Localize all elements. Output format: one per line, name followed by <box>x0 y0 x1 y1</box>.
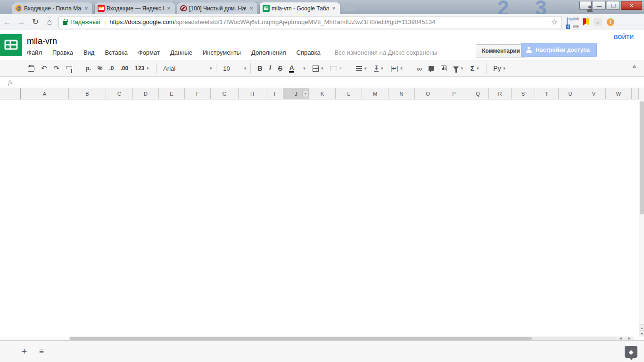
strikethrough-button[interactable]: S <box>275 62 286 74</box>
italic-button[interactable]: I <box>265 62 274 74</box>
browser-tab[interactable]: [100] Чистый дом. Нача× <box>177 2 258 14</box>
menu-2[interactable]: Правка <box>52 49 73 56</box>
address-bar[interactable]: Надежный | https://docs.google.com /spre… <box>58 16 562 28</box>
increase-decimal-button[interactable]: .00 <box>117 62 132 74</box>
menu-4[interactable]: Вставка <box>105 49 127 56</box>
all-sheets-button[interactable]: ≡ <box>39 347 43 356</box>
comments-button[interactable]: Комментарии <box>476 44 526 58</box>
tab-close-icon[interactable]: × <box>83 5 90 12</box>
paint-format-button[interactable] <box>63 62 75 74</box>
scroll-right-arrow[interactable]: ▶ <box>625 337 634 340</box>
browser-tab[interactable]: @Входящие - Почта Mail.× <box>12 2 93 14</box>
menu-9[interactable]: Справка <box>297 49 321 56</box>
column-header-A[interactable]: A <box>21 88 69 99</box>
column-header-C[interactable]: C <box>106 88 133 99</box>
scroll-down-arrow[interactable]: ▼ <box>639 330 644 337</box>
percent-format-button[interactable]: % <box>94 62 106 74</box>
search-extension-icon[interactable]: ⌕ <box>594 18 602 26</box>
column-header-I[interactable]: I <box>266 88 283 99</box>
horizontal-scrollbar-thumb[interactable] <box>70 337 532 340</box>
signin-link[interactable]: ВОЙТИ <box>614 34 634 41</box>
column-header-R[interactable]: R <box>489 88 512 99</box>
browser-tab[interactable]: mila-vrn - Google Табли× <box>259 2 340 14</box>
font-size-select[interactable]: 10 ▼ <box>220 62 247 74</box>
print-button[interactable] <box>25 62 38 74</box>
tab-close-icon[interactable]: × <box>248 5 255 12</box>
browser-tab[interactable]: Входящие — Яндекс.По× <box>94 2 175 14</box>
text-wrap-button[interactable]: |↩|▼ <box>387 62 406 74</box>
menu-7[interactable]: Инструменты <box>203 49 241 56</box>
lock-icon[interactable] <box>63 21 67 25</box>
insert-comment-button[interactable] <box>425 62 438 74</box>
mail-extension-icon[interactable]: 4 <box>567 18 568 26</box>
new-tab-button[interactable] <box>343 4 357 11</box>
borders-button[interactable]: ▼ <box>309 62 327 74</box>
document-title[interactable]: mila-vrn <box>27 36 57 46</box>
column-header-P[interactable]: P <box>441 88 467 99</box>
column-header-K[interactable]: K <box>309 88 336 99</box>
horizontal-scrollbar[interactable]: ◀ ▶ <box>0 337 639 340</box>
text-color-button[interactable]: A <box>286 62 297 74</box>
horizontal-align-button[interactable]: ▼ <box>353 62 371 74</box>
bold-button[interactable]: B <box>254 62 265 74</box>
column-header-T[interactable]: T <box>535 88 559 99</box>
home-button[interactable]: ⌂ <box>42 17 57 27</box>
dots-extension-icon[interactable]: ●●●● <box>572 15 578 30</box>
close-button[interactable]: × <box>621 1 642 10</box>
bookmarks-extension-icon[interactable] <box>583 18 589 25</box>
explore-button[interactable]: ◆ <box>625 346 637 358</box>
maximize-button[interactable]: ▢ <box>607 1 620 10</box>
minimize-button[interactable]: — <box>593 1 606 10</box>
scroll-up-arrow[interactable]: ▲ <box>639 324 644 330</box>
forward-button[interactable]: → <box>14 17 28 27</box>
back-button[interactable]: ← <box>0 17 14 27</box>
merge-cells-button[interactable]: ▼ <box>327 62 346 74</box>
column-header-edge[interactable] <box>632 88 639 99</box>
column-header-U[interactable]: U <box>559 88 582 99</box>
filter-button[interactable]: ▼ <box>450 62 467 74</box>
column-header-L[interactable]: L <box>336 88 362 99</box>
column-dropdown-icon[interactable]: ▼ <box>302 90 309 97</box>
menu-1[interactable]: Файл <box>27 49 42 56</box>
refresh-button[interactable]: ↻ <box>28 17 42 27</box>
redo-button[interactable]: ↷ <box>50 62 63 74</box>
font-family-select[interactable]: Arial ▼ <box>160 62 213 74</box>
security-label[interactable]: Надежный <box>70 18 100 25</box>
input-tools-button[interactable]: Ру▼ <box>490 62 509 74</box>
column-header-W[interactable]: W <box>606 88 632 99</box>
vertical-align-button[interactable]: ↧▼ <box>371 62 387 74</box>
column-header-F[interactable]: F <box>185 88 211 99</box>
menu-8[interactable]: Дополнения <box>251 49 286 56</box>
alert-extension-icon[interactable]: ! <box>607 18 614 26</box>
column-header-E[interactable]: E <box>159 88 185 99</box>
sheets-logo-icon[interactable] <box>0 34 22 56</box>
insert-link-button[interactable]: ∞ <box>413 62 425 74</box>
insert-chart-button[interactable] <box>438 62 450 74</box>
menu-6[interactable]: Данные <box>170 49 192 56</box>
menu-5[interactable]: Формат <box>138 49 160 56</box>
collapse-toolbar-button[interactable]: « <box>631 65 638 68</box>
select-all-corner[interactable] <box>0 88 21 99</box>
column-header-O[interactable]: O <box>415 88 441 99</box>
profile-button[interactable] <box>579 1 592 10</box>
column-header-D[interactable]: D <box>133 88 159 99</box>
decrease-decimal-button[interactable]: .0 <box>106 62 117 74</box>
vertical-scrollbar-thumb[interactable] <box>640 101 644 214</box>
column-header-S[interactable]: S <box>512 88 535 99</box>
tab-close-icon[interactable]: × <box>330 5 337 12</box>
column-header-G[interactable]: G <box>211 88 239 99</box>
share-button[interactable]: Настройки доступа <box>521 43 597 57</box>
undo-button[interactable]: ↶ <box>38 62 50 74</box>
vertical-scrollbar[interactable]: ▲ ▼ <box>639 88 644 337</box>
column-header-H[interactable]: H <box>239 88 266 99</box>
add-sheet-button[interactable]: + <box>22 346 27 357</box>
column-header-V[interactable]: V <box>582 88 606 99</box>
scroll-left-arrow[interactable]: ◀ <box>616 337 625 340</box>
column-header-N[interactable]: N <box>388 88 415 99</box>
menu-3[interactable]: Вид <box>83 49 95 56</box>
column-header-Q[interactable]: Q <box>467 88 489 99</box>
column-header-J[interactable]: J▼ <box>283 88 309 99</box>
column-header-B[interactable]: B <box>69 88 106 99</box>
fill-color-button[interactable]: ▼ <box>297 62 309 74</box>
currency-format-button[interactable]: р. <box>83 62 94 74</box>
